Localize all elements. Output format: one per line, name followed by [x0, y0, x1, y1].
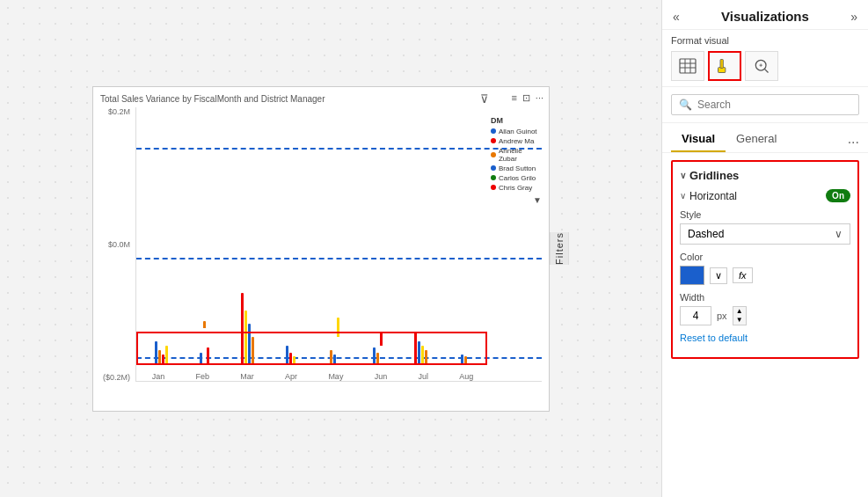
bars-area: [136, 107, 489, 363]
legend-dot: [491, 175, 496, 180]
format-visual-label: Format visual: [671, 35, 859, 46]
x-label-jul: Jul: [419, 372, 429, 381]
bar-group-jan: [140, 107, 183, 363]
format-icons-row: [671, 51, 859, 81]
filters-tab[interactable]: Filters: [550, 232, 569, 265]
bar-group-jul: [399, 107, 442, 363]
chart-plot-area: Jan Feb Mar Apr May Jun Jul Aug DM Al: [135, 107, 542, 382]
fx-button[interactable]: fx: [733, 267, 753, 283]
legend-dot: [491, 138, 496, 143]
y-label-bot: ($0.2M): [103, 373, 130, 382]
bar-group-jun: [356, 107, 399, 363]
legend-dot: [491, 185, 496, 190]
legend-dot: [491, 128, 496, 134]
stepper-up-button[interactable]: ▲: [733, 307, 746, 316]
svg-rect-0: [680, 59, 696, 73]
chart-more-icon[interactable]: ···: [536, 92, 543, 104]
chart-inner: $0.2M $0.0M ($0.2M): [100, 107, 542, 382]
color-label: Color: [680, 252, 850, 262]
paint-brush-icon: [716, 57, 733, 75]
format-paint-button[interactable]: [708, 51, 741, 81]
panel-title: Visualizations: [721, 9, 809, 24]
color-row: ∨ fx: [680, 266, 850, 285]
bar-group-apr: [269, 107, 312, 363]
x-label-may: May: [328, 372, 343, 381]
gridlines-chevron-icon[interactable]: ∨: [680, 171, 686, 180]
width-unit: px: [717, 311, 727, 321]
width-stepper[interactable]: ▲ ▼: [733, 306, 747, 325]
list-item: Allan Guinot: [491, 128, 542, 135]
width-label: Width: [680, 292, 850, 303]
search-section: 🔍: [662, 87, 868, 123]
color-swatch[interactable]: [680, 266, 704, 285]
expand-right-icon[interactable]: »: [850, 10, 857, 24]
collapse-left-icon[interactable]: «: [673, 10, 680, 24]
legend-dot: [491, 152, 496, 157]
chart-y-axis: $0.2M $0.0M ($0.2M): [100, 107, 135, 382]
x-axis: Jan Feb Mar Apr May Jun Jul Aug: [136, 372, 489, 381]
tab-more-button[interactable]: ...: [848, 131, 859, 150]
y-label-mid: $0.0M: [108, 240, 130, 249]
width-row: px ▲ ▼: [680, 306, 850, 325]
bar-group-aug: [442, 107, 485, 363]
legend-label: Chris Gray: [499, 184, 532, 192]
table-format-button[interactable]: [671, 51, 704, 81]
style-value: Dashed: [688, 228, 724, 240]
gridlines-title: ∨ Gridlines: [680, 169, 850, 182]
chart-menu-icon[interactable]: ≡: [511, 92, 516, 104]
legend-scroll-down[interactable]: ▼: [491, 195, 542, 205]
legend-label: Annelle Zubar: [499, 147, 542, 163]
color-property: Color ∨ fx: [680, 252, 850, 285]
horizontal-subsection: ∨ Horizontal On Style Dashed ∨ Color ∨: [680, 189, 850, 343]
format-visual-section: Format visual: [662, 30, 868, 87]
visualizations-panel: « Visualizations » Format visual: [661, 0, 868, 497]
analytics-icon: [753, 57, 770, 75]
tab-general[interactable]: General: [726, 128, 787, 152]
selection-box: [136, 332, 487, 365]
horizontal-toggle[interactable]: On: [826, 189, 850, 202]
bar-group-mar: [226, 107, 269, 363]
search-icon: 🔍: [679, 99, 692, 111]
color-dropdown-button[interactable]: ∨: [710, 267, 727, 284]
tabs-row: Visual General ...: [662, 123, 868, 153]
bar: [203, 321, 206, 328]
style-label: Style: [680, 209, 850, 220]
chart-legend: DM Allan Guinot Andrew Ma Annelle Zubar: [491, 116, 542, 205]
subsection-label: ∨ Horizontal: [680, 190, 737, 202]
width-input[interactable]: [680, 306, 711, 325]
list-item: Andrew Ma: [491, 137, 542, 145]
chart-expand-icon[interactable]: ⊡: [522, 92, 530, 104]
table-icon: [679, 58, 697, 74]
list-item: Brad Sutton: [491, 164, 542, 172]
list-item: Annelle Zubar: [491, 147, 542, 163]
bar-group-may: [313, 107, 356, 363]
search-box[interactable]: 🔍: [671, 94, 859, 115]
list-item: Carlos Grilo: [491, 174, 542, 182]
legend-label: Carlos Grilo: [499, 174, 536, 182]
legend-title: DM: [491, 116, 542, 125]
stepper-down-button[interactable]: ▼: [733, 316, 746, 325]
chart-container: ≡ ⊡ ··· ⊽ Total Sales Variance by Fiscal…: [92, 86, 550, 412]
reset-to-default-link[interactable]: Reset to default: [680, 333, 850, 343]
chart-filter-icon[interactable]: ⊽: [480, 92, 489, 106]
style-property: Style Dashed ∨: [680, 209, 850, 245]
legend-label: Allan Guinot: [499, 128, 537, 135]
filters-label: Filters: [554, 232, 565, 265]
tab-visual[interactable]: Visual: [671, 128, 726, 152]
x-label-apr: Apr: [285, 372, 297, 381]
svg-line-9: [764, 69, 768, 72]
x-label-mar: Mar: [240, 372, 254, 381]
style-dropdown[interactable]: Dashed ∨: [680, 223, 850, 245]
dropdown-chevron-icon: ∨: [835, 228, 842, 240]
x-label-jun: Jun: [375, 372, 388, 381]
chart-toolbar: ≡ ⊡ ···: [511, 92, 543, 104]
subsection-header: ∨ Horizontal On: [680, 189, 850, 202]
bar-group-feb: [183, 107, 226, 363]
list-item: Chris Gray: [491, 184, 542, 192]
search-input[interactable]: [697, 99, 851, 111]
horizontal-chevron-icon[interactable]: ∨: [680, 191, 686, 201]
x-label-feb: Feb: [195, 372, 209, 381]
legend-label: Andrew Ma: [499, 137, 534, 145]
y-label-top: $0.2M: [108, 107, 130, 116]
analytics-button[interactable]: [745, 51, 778, 81]
